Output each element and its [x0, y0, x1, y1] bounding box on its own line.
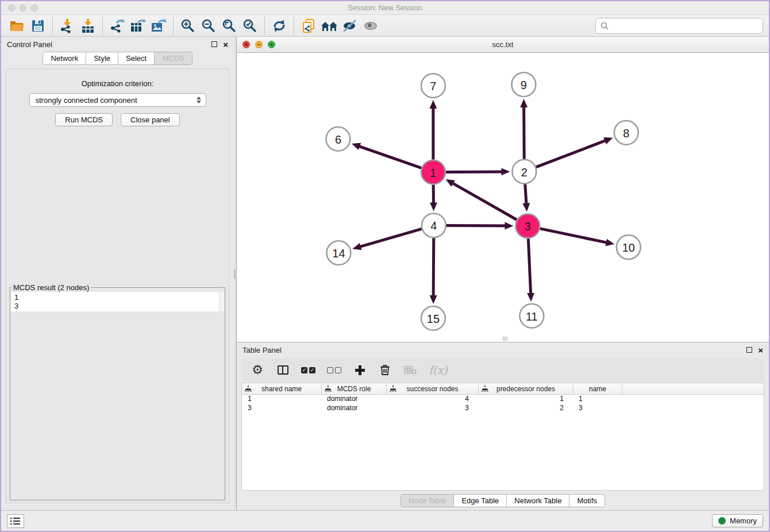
float-table-panel-icon[interactable]: [746, 347, 752, 353]
toolbar-separator: [264, 17, 265, 34]
table-row-1[interactable]: 1dominator411: [242, 395, 764, 404]
cell-name[interactable]: 1: [573, 395, 622, 404]
add-row-icon[interactable]: [353, 363, 367, 377]
node-label-15: 15: [427, 313, 440, 325]
table-panel-title: Table Panel: [242, 346, 282, 354]
table-tabs: Node TableEdge TableNetwork TableMotifs: [401, 494, 605, 507]
mcds-result-title: MCDS result (2 nodes): [11, 283, 91, 292]
zoom-selected-icon[interactable]: [240, 17, 260, 34]
cell-predecessor-nodes[interactable]: 2: [478, 404, 573, 413]
show-visibility-icon[interactable]: [360, 17, 381, 34]
toolbar-separator: [102, 17, 103, 34]
edge-3-10[interactable]: [540, 229, 607, 243]
control-panel-header: Control Panel: [1, 37, 234, 52]
edge-arrowhead-1-6: [352, 143, 361, 150]
tab-style[interactable]: Style: [86, 52, 118, 65]
tree-icon: [482, 385, 488, 392]
node-label-11: 11: [526, 310, 538, 323]
edge-arrowhead-2-9: [520, 99, 528, 107]
refresh-layout-icon[interactable]: [269, 17, 290, 34]
edge-1-6[interactable]: [359, 146, 421, 168]
edge-2-8[interactable]: [536, 140, 606, 167]
tab-network[interactable]: Network: [43, 52, 86, 65]
node-label-1: 1: [430, 167, 436, 179]
home-icon[interactable]: [319, 17, 340, 34]
titlebar: Session: New Session: [1, 1, 769, 15]
zoom-in-icon[interactable]: [178, 17, 198, 34]
export-image-icon[interactable]: [148, 17, 169, 34]
table-row-2[interactable]: 3dominator323: [242, 404, 764, 413]
network-minimize-icon[interactable]: [255, 41, 263, 48]
zoom-out-icon[interactable]: [198, 17, 219, 34]
delete-row-icon[interactable]: [378, 363, 392, 377]
cell-shared-name[interactable]: 1: [242, 395, 321, 404]
mcds-result-textarea[interactable]: 1 3: [11, 292, 224, 311]
edge-1-2[interactable]: [446, 172, 503, 172]
cell-predecessor-nodes[interactable]: 1: [478, 395, 573, 404]
export-table-icon[interactable]: [128, 17, 148, 34]
import-table-icon[interactable]: [78, 17, 98, 34]
zoom-window-icon[interactable]: [31, 5, 38, 11]
deselect-all-icon[interactable]: [327, 363, 341, 377]
tab-select[interactable]: Select: [118, 52, 155, 65]
mcds-result-lines: 1 3: [14, 293, 18, 310]
close-table-panel-icon[interactable]: [758, 346, 763, 354]
search-box[interactable]: [595, 18, 763, 34]
cell-successor-nodes[interactable]: 3: [386, 404, 478, 413]
table-tab-edge-table[interactable]: Edge Table: [454, 494, 507, 507]
table-empty-area: [242, 413, 764, 490]
window-resize-handle[interactable]: [503, 337, 507, 341]
close-panel-icon[interactable]: [223, 40, 228, 49]
column-header-name[interactable]: name: [573, 383, 622, 394]
column-header-shared-name[interactable]: shared name: [242, 383, 321, 394]
close-window-icon[interactable]: [8, 5, 15, 11]
table-tab-network-table[interactable]: Network Table: [507, 494, 569, 507]
network-canvas[interactable]: 7968124314101511: [237, 53, 769, 342]
cell-MCDS-role[interactable]: dominator: [321, 404, 386, 413]
network-zoom-icon[interactable]: [268, 41, 275, 48]
clone-network-icon[interactable]: [298, 17, 319, 34]
cell-successor-nodes[interactable]: 4: [386, 395, 478, 404]
close-panel-button[interactable]: Close panel: [121, 113, 180, 126]
edge-3-1[interactable]: [452, 183, 517, 219]
edge-4-15[interactable]: [433, 238, 434, 296]
minimize-window-icon[interactable]: [20, 5, 26, 11]
edge-2-3[interactable]: [525, 184, 526, 205]
open-folder-icon[interactable]: [7, 17, 28, 34]
list-icon: [10, 517, 21, 525]
zoom-fit-icon[interactable]: [219, 17, 240, 34]
settings-gear-icon[interactable]: [251, 363, 264, 377]
result-scrollbar[interactable]: [219, 292, 224, 311]
memory-button[interactable]: Memory: [712, 514, 763, 527]
run-mcds-button[interactable]: Run MCDS: [55, 113, 113, 126]
column-header-predecessor-nodes[interactable]: predecessor nodes: [478, 383, 573, 394]
node-label-14: 14: [332, 247, 345, 260]
edge-2-9[interactable]: [524, 106, 525, 159]
table-tab-node-table[interactable]: Node Table: [401, 494, 455, 507]
save-icon[interactable]: [28, 17, 48, 34]
task-history-button[interactable]: [7, 514, 24, 528]
cell-MCDS-role[interactable]: dominator: [321, 395, 386, 404]
edge-3-11[interactable]: [528, 238, 530, 294]
split-view-icon[interactable]: [276, 363, 290, 377]
export-network-icon[interactable]: [107, 17, 128, 34]
table-tab-motifs[interactable]: Motifs: [569, 494, 605, 507]
edge-4-14[interactable]: [360, 229, 422, 246]
search-input[interactable]: [612, 21, 758, 30]
hide-visibility-icon[interactable]: [340, 17, 360, 34]
edge-4-3[interactable]: [446, 225, 506, 226]
float-panel-icon[interactable]: [211, 41, 217, 47]
column-header-MCDS-role[interactable]: MCDS role: [321, 383, 386, 394]
cell-name[interactable]: 3: [573, 404, 622, 413]
node-label-4: 4: [430, 219, 437, 232]
network-window-titlebar: scc.txt: [237, 37, 769, 53]
window-controls: [8, 5, 38, 11]
tab-mcds[interactable]: MCDS: [155, 52, 192, 65]
main-area: Control Panel NetworkStyleSelectMCDS Opt…: [1, 37, 769, 510]
column-header-successor-nodes[interactable]: successor nodes: [386, 383, 478, 394]
network-close-icon[interactable]: [242, 41, 250, 48]
import-network-icon[interactable]: [57, 17, 78, 34]
cell-shared-name[interactable]: 3: [242, 404, 321, 413]
optimization-criterion-dropdown[interactable]: strongly connected component: [29, 93, 206, 107]
select-all-icon[interactable]: [301, 363, 315, 377]
